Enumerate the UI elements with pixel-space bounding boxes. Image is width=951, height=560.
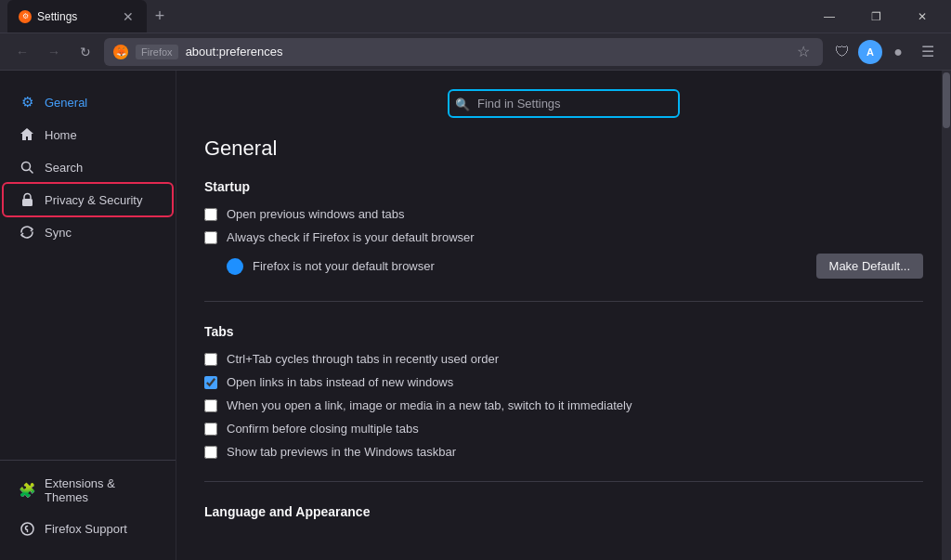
page-title: General <box>204 137 923 161</box>
language-section-title: Language and Appearance <box>204 504 923 519</box>
window-controls: — ❐ ✕ <box>808 2 944 32</box>
sidebar-bottom: 🧩 Extensions & Themes Firefox Support <box>0 460 176 545</box>
checkbox-default-browser-label: Always check if Firefox is your default … <box>227 230 475 244</box>
startup-section-title: Startup <box>204 179 923 194</box>
checkbox-confirm-close-input[interactable] <box>204 423 217 436</box>
sidebar-item-home[interactable]: Home <box>4 119 172 150</box>
sidebar-label-privacy: Privacy & Security <box>45 193 142 207</box>
checkbox-ctrl-tab-input[interactable] <box>204 353 217 366</box>
site-icon: 🦊 <box>113 45 128 59</box>
new-tab-button[interactable]: + <box>147 4 173 30</box>
checkbox-open-previous-label: Open previous windows and tabs <box>227 207 405 221</box>
default-browser-icon <box>227 258 243 275</box>
sidebar-label-sync: Sync <box>45 226 72 240</box>
minimize-button[interactable]: — <box>808 2 851 32</box>
sidebar-label-general: General <box>45 96 87 110</box>
checkbox-switch-new-tab: When you open a link, image or media in … <box>204 398 923 412</box>
address-bar[interactable]: 🦊 Firefox about:preferences ☆ <box>104 38 823 66</box>
section-divider-2 <box>204 481 923 482</box>
titlebar: ⚙ Settings ✕ + — ❐ ✕ <box>0 0 951 33</box>
make-default-button[interactable]: Make Default... <box>816 254 923 279</box>
language-section: Language and Appearance <box>204 504 923 519</box>
checkbox-tab-previews-input[interactable] <box>204 446 217 459</box>
sidebar: ⚙ General Home Search <box>0 71 176 560</box>
checkbox-switch-new-tab-input[interactable] <box>204 399 217 412</box>
sidebar-label-search: Search <box>45 161 83 175</box>
checkbox-confirm-close-label: Confirm before closing multiple tabs <box>227 422 419 436</box>
sidebar-label-home: Home <box>45 128 77 142</box>
checkbox-open-links-input[interactable] <box>204 376 217 389</box>
sidebar-label-support: Firefox Support <box>45 522 127 536</box>
settings-content: 🔍 General Startup Open previous windows … <box>176 71 951 560</box>
scrollbar-track[interactable] <box>942 71 951 560</box>
sidebar-item-search[interactable]: Search <box>4 151 172 183</box>
menu-button[interactable]: ☰ <box>914 38 942 66</box>
sidebar-item-privacy[interactable]: Privacy & Security <box>4 184 172 215</box>
shield-icon[interactable]: 🛡 <box>828 38 856 66</box>
startup-section: Startup Open previous windows and tabs A… <box>204 179 923 279</box>
default-browser-text: Firefox is not your default browser <box>253 259 807 273</box>
checkbox-default-browser-input[interactable] <box>204 231 217 244</box>
tab-favicon: ⚙ <box>19 10 32 23</box>
sidebar-item-sync[interactable]: Sync <box>4 216 172 248</box>
sidebar-item-support[interactable]: Firefox Support <box>4 513 172 544</box>
checkbox-open-previous-input[interactable] <box>204 208 217 221</box>
url-prefix: Firefox <box>136 45 178 59</box>
checkbox-open-links: Open links in tabs instead of new window… <box>204 375 923 389</box>
support-icon <box>19 520 35 537</box>
url-text: about:preferences <box>186 45 786 59</box>
main-container: ⚙ General Home Search <box>0 71 951 560</box>
restore-button[interactable]: ❐ <box>854 2 897 32</box>
svg-point-3 <box>21 523 33 535</box>
scrollbar-thumb[interactable] <box>943 72 950 128</box>
checkbox-ctrl-tab: Ctrl+Tab cycles through tabs in recently… <box>204 352 923 366</box>
tab-title: Settings <box>37 10 77 23</box>
sidebar-item-general[interactable]: ⚙ General <box>4 86 172 118</box>
bookmark-star-icon[interactable]: ☆ <box>793 43 814 60</box>
profile-button[interactable]: A <box>858 40 882 64</box>
extensions-icon: 🧩 <box>19 482 35 499</box>
back-button[interactable]: ← <box>9 39 35 65</box>
sync-icon <box>19 224 35 241</box>
find-in-settings-container: 🔍 <box>204 89 923 118</box>
find-search-icon: 🔍 <box>455 97 470 111</box>
tab-close-button[interactable]: ✕ <box>121 9 136 24</box>
browser-toolbar: ← → ↻ 🦊 Firefox about:preferences ☆ 🛡 A … <box>0 33 951 71</box>
default-browser-row: Firefox is not your default browser Make… <box>227 254 923 279</box>
svg-rect-2 <box>22 199 33 206</box>
close-button[interactable]: ✕ <box>901 2 944 32</box>
general-icon: ⚙ <box>19 94 35 111</box>
checkbox-tab-previews: Show tab previews in the Windows taskbar <box>204 445 923 459</box>
forward-button[interactable]: → <box>41 39 67 65</box>
lock-icon <box>19 191 35 208</box>
checkbox-ctrl-tab-label: Ctrl+Tab cycles through tabs in recently… <box>227 352 499 366</box>
tab-bar: ⚙ Settings ✕ + <box>7 0 802 33</box>
checkbox-confirm-close: Confirm before closing multiple tabs <box>204 422 923 436</box>
find-in-settings-input[interactable] <box>448 89 680 118</box>
tabs-section: Tabs Ctrl+Tab cycles through tabs in rec… <box>204 324 923 459</box>
sidebar-item-extensions[interactable]: 🧩 Extensions & Themes <box>4 469 172 512</box>
checkbox-switch-new-tab-label: When you open a link, image or media in … <box>227 398 632 412</box>
home-icon <box>19 126 35 143</box>
svg-line-1 <box>29 169 33 173</box>
find-input-wrapper: 🔍 <box>448 89 680 118</box>
svg-point-0 <box>21 162 30 170</box>
settings-tab[interactable]: ⚙ Settings ✕ <box>7 0 147 33</box>
search-icon <box>19 159 35 176</box>
sidebar-label-extensions: Extensions & Themes <box>45 476 157 504</box>
toolbar-action-icons: 🛡 A ● ☰ <box>828 38 942 66</box>
section-divider-1 <box>204 301 923 302</box>
checkbox-default-browser: Always check if Firefox is your default … <box>204 230 923 244</box>
sidebar-nav: ⚙ General Home Search <box>0 85 176 452</box>
checkbox-open-previous: Open previous windows and tabs <box>204 207 923 221</box>
profile-icon2[interactable]: ● <box>884 38 912 66</box>
checkbox-tab-previews-label: Show tab previews in the Windows taskbar <box>227 445 456 459</box>
reload-button[interactable]: ↻ <box>72 39 98 65</box>
checkbox-open-links-label: Open links in tabs instead of new window… <box>227 375 453 389</box>
tabs-section-title: Tabs <box>204 324 923 339</box>
